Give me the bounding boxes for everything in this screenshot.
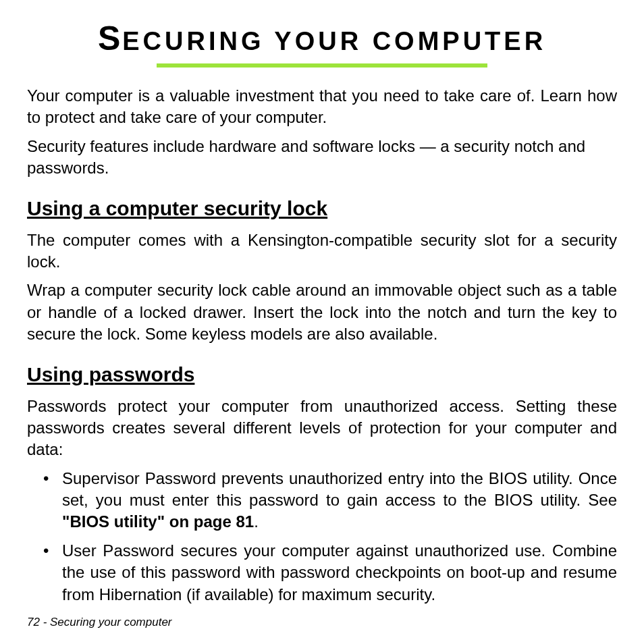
bullet-user-password: User Password secures your computer agai… — [46, 540, 617, 606]
password-bullet-list: Supervisor Password prevents unauthorize… — [27, 468, 617, 606]
title-underline — [157, 63, 487, 68]
section1-paragraph-1: The computer comes with a Kensington-com… — [27, 230, 617, 273]
intro-paragraph-2: Security features include hardware and s… — [27, 136, 617, 180]
page-footer: 72 - Securing your computer — [27, 616, 172, 629]
bullet-supervisor-password: Supervisor Password prevents unauthorize… — [46, 468, 617, 533]
bullet-text-bold: "BIOS utility" on page 81 — [62, 512, 254, 531]
page-title: SECURING YOUR COMPUTER — [27, 19, 617, 58]
title-rest: ECURING YOUR COMPUTER — [122, 27, 546, 55]
footer-separator: - — [40, 616, 50, 628]
section-heading-passwords: Using passwords — [27, 363, 617, 386]
footer-section-name: Securing your computer — [50, 616, 171, 628]
section-heading-security-lock: Using a computer security lock — [27, 197, 617, 220]
section1-paragraph-2: Wrap a computer security lock cable arou… — [27, 279, 617, 345]
title-first-letter: S — [98, 20, 122, 57]
intro-paragraph-1: Your computer is a valuable investment t… — [27, 85, 617, 129]
bullet-text-pre: Supervisor Password prevents unauthorize… — [62, 469, 617, 509]
bullet-text-pre: User Password secures your computer agai… — [62, 541, 617, 603]
document-page: SECURING YOUR COMPUTER Your computer is … — [0, 0, 644, 644]
section2-paragraph-1: Passwords protect your computer from una… — [27, 396, 617, 461]
bullet-text-post: . — [254, 512, 259, 531]
footer-page-number: 72 — [27, 616, 40, 628]
